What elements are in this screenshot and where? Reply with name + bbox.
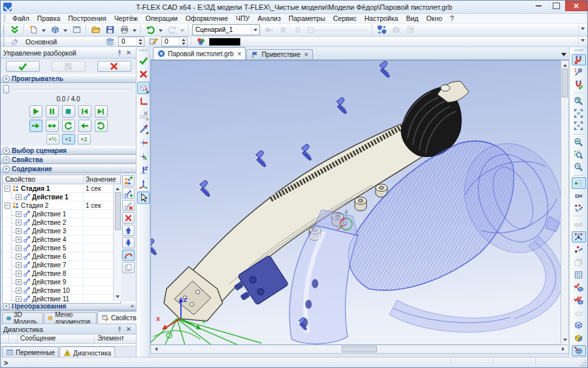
- ok-button[interactable]: [137, 54, 150, 67]
- tab-close-button[interactable]: ×: [304, 51, 308, 58]
- tree-expander[interactable]: [16, 237, 22, 243]
- table-row[interactable]: Действие 11: [3, 295, 120, 303]
- undo-button[interactable]: [144, 24, 157, 36]
- tree-expander[interactable]: [16, 279, 22, 285]
- menu-item[interactable]: Окно: [422, 14, 446, 23]
- play-backward-button[interactable]: [78, 120, 91, 132]
- table-row[interactable]: Действие 9: [3, 278, 120, 286]
- pin-icon[interactable]: [115, 48, 124, 58]
- spinner-arrows[interactable]: [136, 37, 144, 46]
- dock-tab[interactable]: 3D Модель: [2, 312, 43, 324]
- color-swatch[interactable]: [209, 38, 240, 46]
- panel-header-disassembly[interactable]: Управление разборкой ✕: [1, 47, 136, 59]
- expand-icon[interactable]: »: [131, 303, 134, 309]
- tab-close-button[interactable]: ×: [238, 50, 242, 58]
- delete-button[interactable]: [122, 212, 135, 224]
- document-window-button[interactable]: [70, 24, 83, 36]
- speed-button[interactable]: ×1: [62, 134, 75, 144]
- new-3d-document-button[interactable]: [48, 24, 61, 36]
- play-forward-button[interactable]: [29, 120, 42, 132]
- tree-expander[interactable]: [16, 254, 22, 259]
- move-down-button[interactable]: [122, 237, 135, 248]
- cancel-button[interactable]: [137, 68, 150, 80]
- dropdown-arrow[interactable]: [131, 25, 137, 35]
- canvas-vertical-scrollbar[interactable]: [561, 60, 569, 345]
- translate-x-button[interactable]: [137, 137, 150, 149]
- menu-item[interactable]: Параметры: [285, 14, 329, 23]
- zoom-in-button[interactable]: [572, 136, 586, 147]
- move-exploded-parts-button[interactable]: [572, 244, 586, 255]
- tree-expander[interactable]: [5, 186, 10, 192]
- panel-close-icon[interactable]: ✕: [124, 325, 133, 334]
- menu-item[interactable]: Построения: [64, 14, 110, 23]
- scroll-right-icon[interactable]: [562, 347, 566, 351]
- snap-pin-button[interactable]: [572, 67, 586, 78]
- table-row[interactable]: Действие 8: [3, 269, 120, 278]
- table-scrollbar[interactable]: [113, 184, 122, 301]
- select-pointer-button[interactable]: [137, 192, 150, 204]
- fit-page-button[interactable]: [572, 108, 586, 119]
- scroll-down-icon[interactable]: [116, 295, 120, 300]
- close-button[interactable]: [565, 1, 587, 11]
- bom-table-button[interactable]: [572, 269, 586, 280]
- translate-y-button[interactable]: [137, 150, 150, 163]
- camera-view-button[interactable]: [572, 190, 586, 201]
- fit-objects-button[interactable]: [572, 120, 586, 131]
- pause-button[interactable]: [46, 105, 59, 118]
- play-button[interactable]: [29, 105, 42, 118]
- table-row[interactable]: Действие 6: [3, 252, 120, 261]
- pick-on-model-button[interactable]: [572, 345, 586, 356]
- table-row[interactable]: Действие 2: [3, 218, 120, 227]
- column-header-element[interactable]: Элемент: [95, 335, 136, 343]
- isometric-view-button[interactable]: [572, 177, 586, 188]
- add-stage-button[interactable]: [122, 175, 135, 186]
- minimize-button[interactable]: [530, 1, 547, 11]
- dropdown-arrow[interactable]: [62, 25, 68, 35]
- toolbar-grip[interactable]: [574, 49, 583, 52]
- table-row[interactable]: Действие 1: [3, 210, 120, 218]
- scroll-left-icon[interactable]: [153, 347, 157, 351]
- tree-expander[interactable]: [16, 288, 22, 293]
- menu-item[interactable]: Оформление: [182, 14, 232, 23]
- table-row[interactable]: Стадия 1 1 сек: [3, 184, 120, 193]
- layers-button[interactable]: [103, 37, 116, 46]
- table-row[interactable]: Действие 4: [3, 235, 120, 244]
- toolbar-grip[interactable]: [139, 49, 148, 52]
- explode-view-button[interactable]: [572, 231, 586, 243]
- free-axes-button[interactable]: [137, 178, 150, 190]
- cancel-button[interactable]: [97, 61, 131, 72]
- replace-action-button[interactable]: [122, 200, 135, 211]
- loop-forward-button[interactable]: [62, 120, 75, 132]
- menu-item[interactable]: Сервис: [329, 14, 361, 23]
- animate-selected-button[interactable]: [122, 250, 135, 261]
- title-bar[interactable]: T-FLEX CAD x64 - E:\3Д модели T-FLEX\_Чи…: [1, 1, 587, 14]
- dock-tab[interactable]: Меню документов: [44, 312, 97, 324]
- scroll-thumb[interactable]: [115, 192, 121, 230]
- scroll-thumb[interactable]: [562, 69, 568, 97]
- zoom-window-button[interactable]: [572, 149, 586, 160]
- menu-item[interactable]: Чертёж: [110, 14, 142, 23]
- toolbar-overflow-button[interactable]: [578, 37, 586, 46]
- to-end-button[interactable]: [95, 105, 108, 118]
- panel-header-diagnostics[interactable]: Диагностика ✕: [1, 324, 136, 335]
- tree-expander[interactable]: [16, 228, 22, 234]
- stop-button[interactable]: [62, 105, 75, 118]
- loop-backward-button[interactable]: [95, 120, 108, 132]
- toolbar-grip[interactable]: [3, 25, 5, 35]
- menu-item[interactable]: Операции: [142, 14, 182, 23]
- speed-button[interactable]: ×2: [78, 134, 91, 144]
- menu-item[interactable]: Правка: [33, 14, 64, 23]
- move-element-button[interactable]: [137, 123, 150, 135]
- 3d-canvas[interactable]: Z X Y: [150, 60, 561, 345]
- play-both-directions-button[interactable]: [46, 120, 59, 132]
- scroll-up-icon[interactable]: [116, 186, 120, 190]
- column-header-value[interactable]: Значение: [84, 175, 120, 184]
- table-row[interactable]: Действие 3: [3, 227, 120, 235]
- document-tab[interactable]: Приветствие ×: [246, 49, 312, 59]
- new-document-button[interactable]: [27, 24, 40, 36]
- slider-thumb[interactable]: [3, 85, 9, 93]
- tree-expander[interactable]: [16, 211, 22, 217]
- tree-expander[interactable]: [16, 296, 22, 302]
- menu-item[interactable]: ?: [446, 14, 458, 23]
- style-combobox[interactable]: Основной: [23, 37, 101, 46]
